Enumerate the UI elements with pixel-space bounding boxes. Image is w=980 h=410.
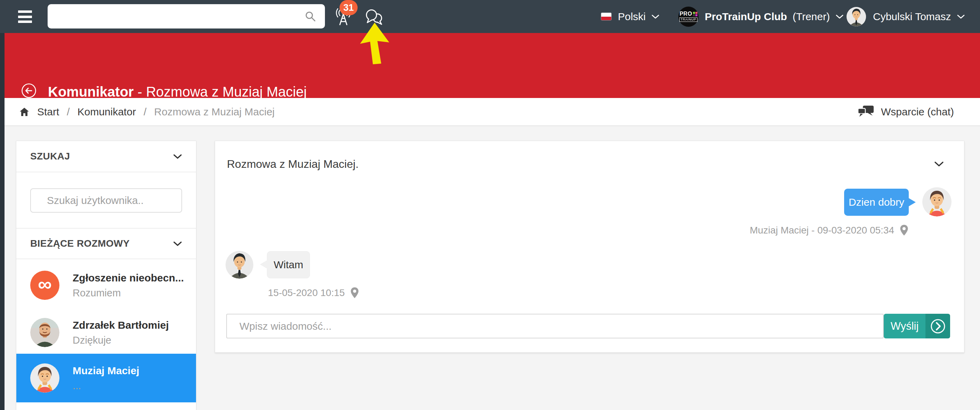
protrainup-logo: PRO TRAINUP	[678, 6, 698, 27]
logo-pixels	[693, 12, 697, 16]
chevron-down-icon	[651, 14, 660, 19]
home-icon[interactable]	[19, 107, 30, 117]
message-text: Witam	[274, 259, 303, 271]
location-pin-icon	[350, 287, 359, 299]
conversations-section-label: BIEŻĄCE ROZMOWY	[30, 238, 130, 249]
top-navbar: 31 Polski PRO TRAINUP ProTrainUp Club (T…	[0, 0, 980, 33]
search-section-header[interactable]: SZUKAJ	[16, 141, 196, 172]
search-icon	[305, 11, 316, 22]
breadcrumb-bar: Start / Komunikator / Rozmowa z Muziaj M…	[5, 98, 980, 126]
chevron-down-icon[interactable]	[934, 161, 944, 167]
chat-panel: Rozmowa z Muziaj Maciej. Dzien dobry Muz…	[215, 141, 964, 353]
message-bubble-left: Witam	[267, 251, 310, 278]
chevron-down-icon	[173, 241, 182, 246]
message-meta-text: 15-05-2020 10:15	[268, 288, 345, 299]
language-label: Polski	[618, 11, 646, 22]
notifications-button[interactable]: 31	[332, 0, 360, 33]
support-chat-link[interactable]: Wsparcie (chat)	[858, 98, 954, 126]
logo-text-trainup: TRAINUP	[679, 17, 697, 22]
conversation-preview: Dziękuje	[73, 335, 169, 346]
message-input[interactable]	[227, 320, 883, 332]
user-avatar	[846, 7, 866, 26]
breadcrumb-start[interactable]: Start	[37, 106, 59, 118]
infinity-avatar: ∞	[30, 271, 59, 300]
conversation-text: Muziaj Maciej ...	[73, 365, 139, 392]
notification-badge: 31	[339, 0, 358, 15]
global-search-input[interactable]	[48, 10, 305, 22]
infinity-icon: ∞	[38, 275, 52, 294]
support-chat-icon	[858, 106, 874, 118]
conversations-section-header[interactable]: BIEŻĄCE ROZMOWY	[16, 228, 196, 259]
poland-flag-icon	[601, 13, 612, 21]
conversations-sidebar: SZUKAJ BIEŻĄCE ROZMOWY ∞ Zgłoszenie nieo…	[16, 141, 196, 410]
page-title: Komunikator - Rozmowa z Muziaj Maciej	[48, 84, 307, 100]
page-title-rest: - Rozmowa z Muziaj Maciej	[134, 84, 307, 99]
page-title-bold: Komunikator	[48, 84, 134, 99]
club-role: (Trener)	[793, 11, 830, 22]
chat-title: Rozmowa z Muziaj Maciej.	[227, 158, 359, 171]
conversation-item-selected[interactable]: Muziaj Maciej ...	[16, 354, 196, 402]
message-meta: Muziaj Maciej - 09-03-2020 05:34	[749, 224, 908, 236]
support-chat-label: Wsparcie (chat)	[881, 106, 954, 118]
conversation-preview: Rozumiem	[73, 288, 184, 299]
chat-bubbles-icon[interactable]	[364, 8, 384, 26]
logo-text-pro: PRO	[679, 11, 692, 17]
send-icon-box	[926, 314, 950, 338]
avatar-boy	[922, 187, 951, 216]
conversation-name: Zdrzałek Bartłomiej	[73, 319, 169, 331]
club-name: ProTrainUp Club	[705, 11, 787, 22]
send-arrow-icon	[930, 318, 946, 335]
message-bubble-right: Dzien dobry	[844, 189, 909, 216]
message-meta: 15-05-2020 10:15	[268, 287, 359, 299]
chevron-down-icon	[957, 14, 965, 19]
breadcrumb-komunikator[interactable]: Komunikator	[78, 106, 136, 118]
search-section-label: SZUKAJ	[30, 151, 70, 162]
conversation-preview: ...	[73, 380, 139, 392]
breadcrumb-separator: /	[143, 106, 146, 118]
user-search	[30, 188, 182, 213]
bubble-tail	[260, 260, 267, 269]
club-selector[interactable]: PRO TRAINUP ProTrainUp Club (Trener)	[678, 0, 844, 33]
language-selector[interactable]: Polski	[601, 0, 660, 33]
bubble-tail	[908, 198, 916, 207]
message-meta-text: Muziaj Maciej - 09-03-2020 05:34	[749, 225, 894, 236]
global-search	[48, 4, 325, 29]
send-button[interactable]: Wyślij	[884, 314, 950, 338]
user-search-wrap	[16, 172, 196, 228]
user-name: Cybulski Tomasz	[873, 11, 951, 22]
collapsed-menu-strip	[0, 33, 5, 410]
conversation-name: Muziaj Maciej	[73, 365, 139, 377]
chevron-down-icon	[835, 14, 844, 19]
conversation-text: Zdrzałek Bartłomiej Dziękuje	[73, 319, 169, 346]
avatar-beard-man	[30, 318, 59, 347]
avatar-suit-man	[226, 251, 253, 279]
conversation-item[interactable]: ∞ Zgłoszenie nieobecn... Rozumiem	[16, 259, 196, 311]
back-button[interactable]	[21, 83, 37, 99]
send-button-label: Wyślij	[884, 314, 926, 338]
breadcrumb-separator: /	[67, 106, 70, 118]
message-text: Dzien dobry	[849, 196, 904, 208]
breadcrumb-current: Rozmowa z Muziaj Maciej	[154, 106, 275, 118]
user-search-input[interactable]	[47, 195, 181, 207]
page-header: Komunikator - Rozmowa z Muziaj Maciej	[5, 33, 980, 98]
conversation-name: Zgłoszenie nieobecn...	[73, 272, 184, 284]
location-pin-icon	[900, 224, 908, 236]
avatar-boy	[30, 364, 59, 393]
chevron-down-icon	[173, 154, 182, 159]
breadcrumb: Start / Komunikator / Rozmowa z Muziaj M…	[19, 98, 275, 126]
message-input-wrap	[226, 314, 884, 338]
hamburger-menu-icon[interactable]	[18, 10, 32, 23]
conversation-item[interactable]: Zdrzałek Bartłomiej Dziękuje	[16, 311, 196, 354]
user-menu[interactable]: Cybulski Tomasz	[846, 0, 965, 33]
conversation-text: Zgłoszenie nieobecn... Rozumiem	[73, 272, 184, 299]
